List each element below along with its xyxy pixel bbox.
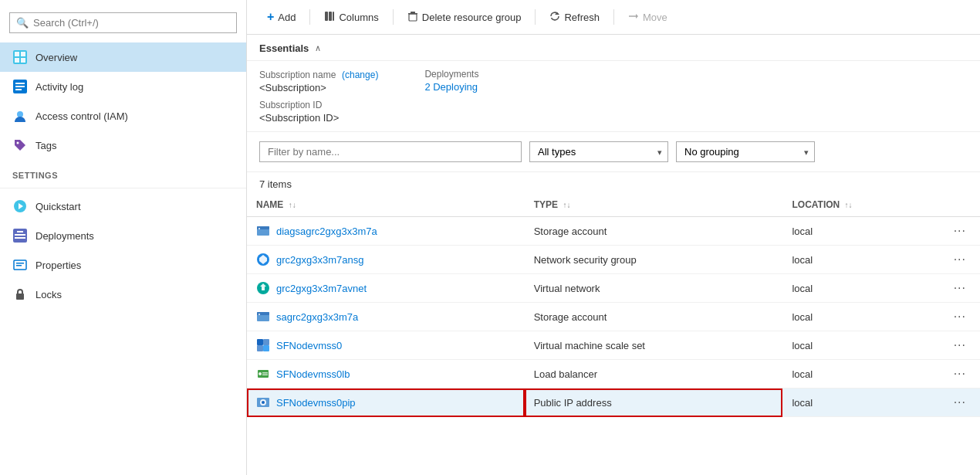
columns-button[interactable]: Columns	[316, 7, 386, 28]
more-button[interactable]: ···	[949, 222, 971, 239]
vmss-icon	[256, 338, 270, 352]
resource-name-cell: grc2gxg3x3m7avnet	[247, 274, 525, 303]
resource-type-cell: Load balancer	[525, 360, 783, 388]
change-link[interactable]: (change)	[342, 70, 378, 80]
svg-rect-23	[333, 12, 334, 21]
svg-rect-41	[257, 345, 263, 351]
lb-icon	[256, 367, 270, 381]
resource-link[interactable]: SFNodevmss0lb	[276, 368, 350, 380]
resource-table-container: NAME ↑↓ TYPE ↑↓ LOCATION ↑↓ diagsagrc2gx…	[247, 193, 980, 475]
column-type: TYPE ↑↓	[525, 193, 783, 217]
vnet-icon	[256, 281, 270, 295]
sidebar-item-overview[interactable]: Overview	[0, 42, 246, 72]
svg-rect-40	[263, 339, 269, 345]
locks-icon	[12, 287, 28, 302]
resource-link[interactable]: SFNodevmss0	[276, 340, 342, 351]
table-row: grc2gxg3x3m7ansgNetwork security grouplo…	[247, 246, 980, 274]
svg-rect-3	[15, 58, 19, 63]
more-button[interactable]: ···	[949, 365, 971, 382]
svg-rect-19	[16, 265, 22, 266]
add-button[interactable]: + Add	[259, 6, 303, 28]
move-button[interactable]: Move	[620, 7, 675, 28]
resource-location-cell: local	[782, 274, 939, 303]
type-filter-wrap: All types ▾	[529, 141, 668, 162]
resource-location-cell: local	[782, 303, 939, 331]
sidebar-label-quickstart: Quickstart	[35, 201, 81, 212]
search-bar[interactable]: 🔍	[9, 12, 237, 33]
svg-rect-45	[262, 372, 268, 374]
resource-type-cell: Public IP address	[525, 388, 783, 417]
sidebar-item-tags[interactable]: Tags	[0, 131, 246, 160]
table-row: sagrc2gxg3x3m7aStorage accountlocal···	[247, 303, 980, 331]
svg-rect-15	[15, 237, 25, 239]
type-filter-select[interactable]: All types	[529, 141, 668, 162]
resource-link[interactable]: grc2gxg3x3m7ansg	[276, 254, 363, 266]
sidebar-item-access-control[interactable]: Access control (IAM)	[0, 101, 246, 131]
deployments-value[interactable]: 2 Deploying	[424, 81, 478, 93]
svg-rect-8	[15, 89, 22, 90]
resource-type-cell: Storage account	[525, 217, 783, 246]
type-sort-icon[interactable]: ↑↓	[563, 201, 570, 209]
delete-icon	[407, 11, 418, 24]
svg-rect-6	[15, 83, 25, 84]
resource-more-cell: ···	[940, 360, 980, 388]
refresh-button[interactable]: Refresh	[542, 7, 607, 28]
table-row: diagsagrc2gxg3x3m7aStorage accountlocal·…	[247, 217, 980, 246]
sidebar-label-overview: Overview	[35, 52, 77, 63]
search-input[interactable]	[33, 17, 230, 29]
toolbar-separator-4	[613, 9, 614, 25]
name-sort-icon[interactable]: ↑↓	[289, 201, 296, 209]
more-button[interactable]: ···	[949, 308, 971, 325]
more-button[interactable]: ···	[949, 394, 971, 411]
pip-icon	[256, 395, 270, 409]
resource-link[interactable]: diagsagrc2gxg3x3m7a	[276, 226, 377, 237]
svg-rect-4	[21, 58, 25, 63]
location-sort-icon[interactable]: ↑↓	[845, 201, 853, 209]
resource-name-cell: SFNodevmss0	[247, 331, 525, 360]
svg-rect-25	[411, 12, 415, 13]
sidebar-item-quickstart[interactable]: Quickstart	[0, 192, 246, 221]
essentials-bar: Essentials ∧	[247, 35, 980, 61]
columns-icon	[324, 11, 335, 24]
resource-location-cell: local	[782, 388, 939, 417]
sidebar-label-properties: Properties	[35, 260, 81, 271]
resource-more-cell: ···	[940, 246, 980, 274]
sidebar-label-locks: Locks	[35, 289, 62, 300]
table-row: grc2gxg3x3m7avnetVirtual networklocal···	[247, 274, 980, 303]
delete-button[interactable]: Delete resource group	[400, 7, 529, 28]
resource-table: NAME ↑↓ TYPE ↑↓ LOCATION ↑↓ diagsagrc2gx…	[247, 193, 980, 417]
sidebar-divider	[0, 188, 246, 188]
svg-rect-38	[259, 314, 260, 315]
quickstart-icon	[12, 198, 28, 214]
resource-location-cell: local	[782, 246, 939, 274]
essentials-chevron-icon[interactable]: ∧	[315, 43, 321, 53]
filter-input[interactable]	[259, 141, 522, 162]
subscription-id-value: <Subscription ID>	[259, 112, 378, 124]
resource-more-cell: ···	[940, 331, 980, 360]
search-icon: 🔍	[16, 17, 29, 29]
grouping-filter-select[interactable]: No grouping	[676, 141, 815, 162]
sidebar-item-properties[interactable]: Properties	[0, 250, 246, 280]
sidebar-item-deployments[interactable]: Deployments	[0, 221, 246, 250]
resource-link[interactable]: SFNodevmss0pip	[276, 397, 356, 409]
sidebar-label-activity-log: Activity log	[35, 81, 83, 93]
settings-section-title: SETTINGS	[0, 160, 246, 185]
name-cell-inner: SFNodevmss0pip	[256, 395, 515, 409]
svg-point-10	[17, 142, 19, 144]
more-button[interactable]: ···	[949, 251, 971, 268]
deployments-icon	[12, 228, 28, 243]
sidebar-item-activity-log[interactable]: Activity log	[0, 72, 246, 101]
resource-link[interactable]: grc2gxg3x3m7avnet	[276, 283, 367, 294]
svg-point-44	[259, 372, 262, 375]
more-button[interactable]: ···	[949, 337, 971, 354]
sidebar-item-locks[interactable]: Locks	[0, 280, 246, 309]
sidebar-label-deployments: Deployments	[35, 230, 94, 242]
resource-link[interactable]: sagrc2gxg3x3m7a	[276, 311, 358, 323]
resource-type-cell: Storage account	[525, 303, 783, 331]
svg-rect-1	[15, 52, 19, 56]
svg-rect-21	[325, 12, 328, 21]
more-button[interactable]: ···	[949, 280, 971, 297]
refresh-icon	[549, 11, 560, 24]
svg-rect-39	[257, 339, 263, 345]
svg-rect-20	[16, 293, 24, 300]
